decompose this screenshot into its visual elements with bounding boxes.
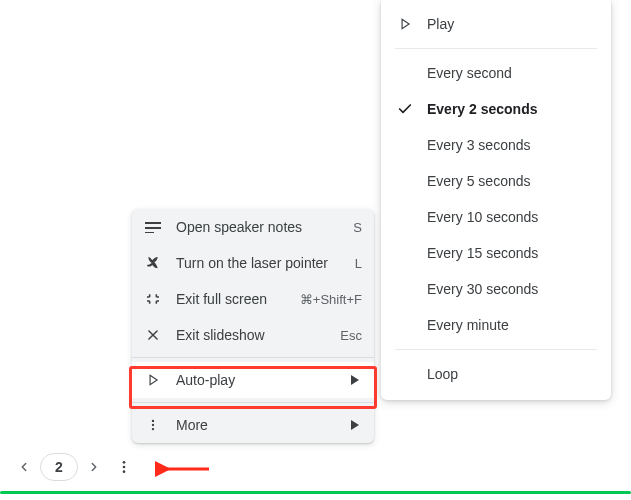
check-placeholder: [395, 279, 415, 299]
submenu-interval-2[interactable]: Every 3 seconds: [381, 127, 611, 163]
menu-item-label: Exit full screen: [176, 291, 286, 307]
options-menu: Open speaker notes S Turn on the laser p…: [132, 209, 374, 443]
next-slide-button[interactable]: [82, 455, 106, 479]
laser-pointer-icon: [144, 254, 162, 272]
menu-item-laser-pointer[interactable]: Turn on the laser pointer L: [132, 245, 374, 281]
menu-item-shortcut: L: [355, 256, 362, 271]
chevron-left-icon: [17, 460, 31, 474]
chevron-right-icon: [87, 460, 101, 474]
notes-icon: [144, 218, 162, 236]
submenu-item-label: Every 10 seconds: [427, 209, 597, 225]
submenu-interval-7[interactable]: Every minute: [381, 307, 611, 343]
menu-item-exit-fullscreen[interactable]: Exit full screen ⌘+Shift+F: [132, 281, 374, 317]
submenu-item-label: Loop: [427, 366, 597, 382]
submenu-interval-0[interactable]: Every second: [381, 55, 611, 91]
menu-item-label: Auto-play: [176, 372, 334, 388]
menu-item-shortcut: Esc: [340, 328, 362, 343]
submenu-item-loop[interactable]: Loop: [381, 356, 611, 392]
more-options-button[interactable]: [110, 453, 138, 481]
menu-item-more[interactable]: More: [132, 407, 374, 443]
menu-item-speaker-notes[interactable]: Open speaker notes S: [132, 209, 374, 245]
svg-point-2: [123, 470, 126, 473]
submenu-item-label: Play: [427, 16, 597, 32]
more-vert-icon: [116, 459, 132, 475]
submenu-item-label: Every 2 seconds: [427, 101, 597, 117]
menu-item-label: Open speaker notes: [176, 219, 339, 235]
menu-item-autoplay[interactable]: Auto-play: [132, 362, 374, 398]
play-icon: [144, 371, 162, 389]
autoplay-submenu: Play Every second Every 2 seconds Every …: [381, 0, 611, 400]
slide-number[interactable]: 2: [40, 453, 78, 481]
menu-item-label: Exit slideshow: [176, 327, 326, 343]
submenu-arrow-icon: [348, 420, 362, 430]
submenu-interval-6[interactable]: Every 30 seconds: [381, 271, 611, 307]
svg-point-9: [152, 428, 154, 430]
submenu-item-play[interactable]: Play: [381, 6, 611, 42]
submenu-item-label: Every minute: [427, 317, 597, 333]
check-placeholder: [395, 171, 415, 191]
menu-item-shortcut: ⌘+Shift+F: [300, 292, 362, 307]
exit-fullscreen-icon: [144, 290, 162, 308]
check-placeholder: [395, 315, 415, 335]
more-vert-icon: [144, 416, 162, 434]
svg-point-1: [123, 466, 126, 469]
annotation-arrow: [155, 460, 213, 478]
menu-separator: [395, 48, 597, 49]
check-placeholder: [395, 243, 415, 263]
svg-point-0: [123, 461, 126, 464]
submenu-interval-4[interactable]: Every 10 seconds: [381, 199, 611, 235]
slide-number-value: 2: [55, 459, 63, 475]
submenu-item-label: Every 30 seconds: [427, 281, 597, 297]
menu-item-shortcut: S: [353, 220, 362, 235]
check-placeholder: [395, 63, 415, 83]
submenu-item-label: Every 15 seconds: [427, 245, 597, 261]
svg-point-8: [152, 424, 154, 426]
check-placeholder: [395, 135, 415, 155]
menu-separator: [395, 349, 597, 350]
menu-item-label: Turn on the laser pointer: [176, 255, 341, 271]
submenu-item-label: Every 5 seconds: [427, 173, 597, 189]
submenu-interval-3[interactable]: Every 5 seconds: [381, 163, 611, 199]
svg-rect-6: [145, 232, 154, 233]
check-placeholder: [395, 364, 415, 384]
submenu-item-label: Every 3 seconds: [427, 137, 597, 153]
svg-rect-4: [145, 222, 161, 224]
menu-separator: [132, 402, 374, 403]
slide-nav-bar: 2: [12, 453, 138, 481]
presenter-bar-underline: [0, 491, 631, 494]
menu-separator: [132, 357, 374, 358]
submenu-interval-5[interactable]: Every 15 seconds: [381, 235, 611, 271]
check-icon: [395, 99, 415, 119]
submenu-interval-1[interactable]: Every 2 seconds: [381, 91, 611, 127]
menu-item-exit-slideshow[interactable]: Exit slideshow Esc: [132, 317, 374, 353]
check-placeholder: [395, 207, 415, 227]
prev-slide-button[interactable]: [12, 455, 36, 479]
menu-item-label: More: [176, 417, 334, 433]
close-icon: [144, 326, 162, 344]
svg-point-7: [152, 420, 154, 422]
submenu-arrow-icon: [348, 375, 362, 385]
play-icon: [395, 14, 415, 34]
svg-rect-5: [145, 227, 161, 229]
submenu-item-label: Every second: [427, 65, 597, 81]
